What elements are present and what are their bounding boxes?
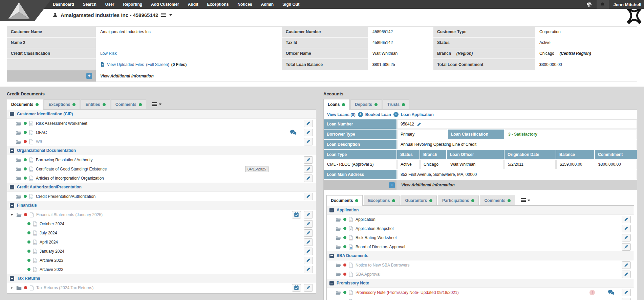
section-label[interactable]: Application [337,208,359,212]
edit-button[interactable] [622,225,631,232]
document-link[interactable]: OFAC [36,130,47,135]
tab-exceptions[interactable]: Exceptions [44,99,80,109]
notifications-button[interactable] [597,0,609,9]
document-link[interactable]: Risk Rating Worksheet [356,235,397,240]
edit-button[interactable] [304,156,313,164]
view-additional-information-link[interactable]: View Additional Information [100,74,154,78]
tickler-button[interactable] [292,284,301,292]
collapse-minus-icon[interactable] [10,276,14,281]
document-link[interactable]: Credit Presentation/Authorization [36,194,95,199]
nav-exceptions[interactable]: Exceptions [207,2,229,7]
collapse-minus-icon[interactable] [329,254,334,258]
tab-comments[interactable]: Comments [111,99,146,109]
folder-open-icon[interactable] [16,167,21,171]
exception-alert-icon[interactable]: ! [589,290,595,295]
document-link[interactable]: Tax Returns (2024 Tax Returns) [36,285,93,290]
view-additional-information-link[interactable]: View Additional Information [401,183,455,187]
document-link[interactable]: Borrowing Resolution/ Authority [36,158,92,162]
edit-button[interactable] [304,284,313,292]
nav-search[interactable]: Search [83,2,96,7]
folder-open-icon[interactable] [16,194,21,199]
folder-open-icon[interactable] [16,130,21,135]
folder-open-icon[interactable] [16,121,21,126]
edit-button[interactable] [304,120,313,127]
folder-open-icon[interactable] [336,290,341,295]
edit-loan-number-icon[interactable] [417,122,421,126]
edit-button[interactable] [304,229,313,237]
tab-loan-comments[interactable]: Comments [480,195,515,205]
edit-button[interactable] [304,138,313,145]
comments-icon[interactable] [290,130,297,135]
section-label[interactable]: SBA Documents [337,253,368,258]
folder-open-icon[interactable] [336,263,341,268]
edit-button[interactable] [304,238,313,246]
folder-open-icon[interactable] [16,139,21,144]
edit-button[interactable] [622,261,631,269]
tab-deposits[interactable]: Deposits [350,99,382,109]
document-link[interactable]: April 2024 [40,240,58,245]
add-booked-loan-icon[interactable]: + [358,112,363,117]
full-screen-link[interactable]: (Full Screen) [146,62,169,67]
tab-entities[interactable]: Entities [81,99,110,109]
edit-button[interactable] [304,193,313,200]
tab-trusts[interactable]: Trusts [383,99,409,109]
document-link[interactable]: SBA Approval [356,272,380,277]
tab-loans[interactable]: Loans [323,99,349,110]
collapse-minus-icon[interactable] [10,112,14,116]
nav-add-customer[interactable]: Add Customer [151,2,179,7]
nav-notices[interactable]: Notices [237,2,252,7]
loan-application-link[interactable]: Loan Application [401,112,434,117]
customer-dropdown-caret[interactable] [169,14,172,16]
document-link[interactable]: Notice to New SBA Borrowers [356,263,409,268]
section-label[interactable]: Tax Returns [17,276,40,281]
edit-button[interactable] [622,298,631,300]
comments-icon[interactable] [608,290,615,295]
collapse-minus-icon[interactable] [329,208,334,212]
folder-open-icon[interactable] [336,235,341,240]
edit-button[interactable] [304,220,313,228]
section-label[interactable]: Promissory Note [337,281,369,285]
edit-button[interactable] [304,257,313,264]
view-uploaded-files-link[interactable]: View Uploaded Files [107,62,144,67]
edit-button[interactable] [622,243,631,251]
expand-plus-icon[interactable]: + [86,73,92,79]
expand-caret-icon[interactable] [11,286,13,289]
edit-button[interactable] [304,175,313,182]
folder-open-icon[interactable] [336,226,341,231]
edit-button[interactable] [622,234,631,241]
section-label[interactable]: Financials [17,203,37,208]
edit-button[interactable] [304,248,313,255]
folder-open-icon[interactable] [336,272,341,277]
edit-button[interactable] [304,129,313,136]
nav-dashboard[interactable]: Dashboard [53,2,74,7]
section-label[interactable]: Credit Authorization/Presentation [17,185,82,189]
collapse-minus-icon[interactable] [10,203,14,208]
document-link[interactable]: Archive 2022 [40,267,63,272]
expand-plus-icon[interactable]: + [389,182,395,188]
section-label[interactable]: Customer Identification (CIP) [17,112,73,116]
folder-open-icon[interactable] [336,217,341,222]
collapse-minus-icon[interactable] [10,185,14,189]
edit-button[interactable] [304,266,313,273]
document-link[interactable]: Financial Statements (January 2025) [36,212,103,217]
folder-open-icon[interactable] [16,158,21,162]
gear-icon[interactable] [586,2,592,7]
folder-open-icon[interactable] [16,212,22,217]
credit-classification-link[interactable]: Low Risk [100,51,117,56]
tab-options-menu[interactable] [521,198,530,203]
add-loan-application-icon[interactable]: + [393,112,399,117]
edit-button[interactable] [304,165,313,173]
collapse-minus-icon[interactable] [10,148,14,153]
folder-open-icon[interactable] [16,176,21,181]
document-link[interactable]: July 2024 [40,231,57,235]
document-link[interactable]: Articles of Incorporation/ Organization [36,176,104,181]
customer-menu-icon[interactable] [161,12,166,18]
document-link[interactable]: W9 [36,139,42,144]
tab-loan-exceptions[interactable]: Exceptions [364,195,400,205]
document-link[interactable]: Certificate of Good Standing/ Existence [36,167,107,171]
document-link[interactable]: Application [356,217,375,222]
nav-reporting[interactable]: Reporting [123,2,142,7]
document-link[interactable]: Archive 2023 [40,258,63,263]
document-link[interactable]: October 2024 [40,222,64,226]
edit-button[interactable] [622,271,631,278]
